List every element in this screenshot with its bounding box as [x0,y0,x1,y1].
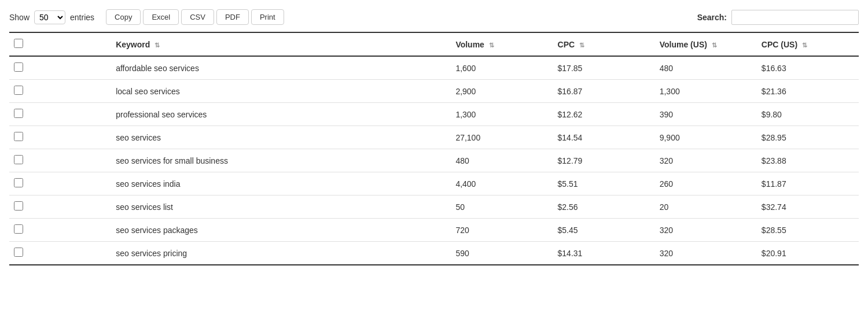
top-left-controls: Show 50 25 10 100 entries Copy Excel CSV… [9,9,284,25]
row-volume-us: 320 [655,219,757,242]
row-checkbox[interactable] [14,248,23,257]
row-cpc-us: $28.55 [757,219,859,242]
excel-button[interactable]: Excel [143,9,179,25]
row-keyword: seo services packages [111,219,451,242]
row-volume: 720 [451,219,553,242]
table-header-row: Keyword ⇅ Volume ⇅ CPC ⇅ Volume (US) ⇅ C… [9,32,859,56]
row-keyword: affordable seo services [111,56,451,80]
row-keyword: seo services pricing [111,242,451,265]
export-buttons: Copy Excel CSV PDF Print [106,9,284,25]
row-cpc: $12.79 [553,149,655,172]
row-keyword: seo services for small business [111,149,451,172]
row-volume: 590 [451,242,553,265]
row-cpc-us: $28.95 [757,126,859,149]
row-cpc: $14.31 [553,242,655,265]
row-volume: 2,900 [451,80,553,103]
row-cpc-us: $21.36 [757,80,859,103]
row-volume-us: 1,300 [655,80,757,103]
row-volume-us: 320 [655,149,757,172]
header-volume-us[interactable]: Volume (US) ⇅ [655,32,757,56]
row-checkbox[interactable] [14,132,23,141]
row-cpc-us: $11.87 [757,172,859,195]
top-bar: Show 50 25 10 100 entries Copy Excel CSV… [9,9,859,25]
row-volume: 1,600 [451,56,553,80]
row-checkbox-cell [9,242,111,265]
row-keyword: seo services [111,126,451,149]
header-checkbox-col [9,32,111,56]
entries-label: entries [70,13,94,22]
print-button[interactable]: Print [251,9,284,25]
row-checkbox-cell [9,219,111,242]
header-volume[interactable]: Volume ⇅ [451,32,553,56]
row-cpc: $16.87 [553,80,655,103]
row-cpc: $14.54 [553,126,655,149]
table-row: affordable seo services1,600$17.85480$16… [9,56,859,80]
show-label: Show [9,13,30,22]
table-row: seo services27,100$14.549,900$28.95 [9,126,859,149]
row-keyword: professional seo services [111,103,451,126]
row-volume-us: 9,900 [655,126,757,149]
row-keyword: seo services india [111,172,451,195]
row-cpc-us: $23.88 [757,149,859,172]
row-volume: 480 [451,149,553,172]
row-volume: 50 [451,195,553,219]
keyword-table: Keyword ⇅ Volume ⇅ CPC ⇅ Volume (US) ⇅ C… [9,32,859,265]
row-checkbox[interactable] [14,178,23,187]
row-checkbox-cell [9,149,111,172]
table-row: seo services packages720$5.45320$28.55 [9,219,859,242]
cpc-us-sort-icon: ⇅ [802,42,807,49]
row-volume-us: 320 [655,242,757,265]
row-checkbox-cell [9,80,111,103]
row-volume: 4,400 [451,172,553,195]
search-label: Search: [697,13,727,22]
row-volume-us: 390 [655,103,757,126]
row-volume-us: 260 [655,172,757,195]
row-keyword: local seo services [111,80,451,103]
row-cpc: $5.51 [553,172,655,195]
row-volume-us: 20 [655,195,757,219]
volume-us-sort-icon: ⇅ [712,42,717,49]
row-cpc: $2.56 [553,195,655,219]
header-keyword[interactable]: Keyword ⇅ [111,32,451,56]
row-checkbox-cell [9,103,111,126]
row-volume-us: 480 [655,56,757,80]
row-cpc-us: $32.74 [757,195,859,219]
csv-button[interactable]: CSV [181,9,214,25]
table-row: seo services india4,400$5.51260$11.87 [9,172,859,195]
row-volume: 27,100 [451,126,553,149]
search-input[interactable] [731,10,859,25]
row-checkbox[interactable] [14,224,23,234]
row-checkbox[interactable] [14,62,23,72]
row-cpc-us: $9.80 [757,103,859,126]
row-checkbox-cell [9,195,111,219]
row-cpc: $5.45 [553,219,655,242]
row-volume: 1,300 [451,103,553,126]
copy-button[interactable]: Copy [106,9,141,25]
row-checkbox[interactable] [14,109,23,118]
row-cpc-us: $16.63 [757,56,859,80]
table-row: local seo services2,900$16.871,300$21.36 [9,80,859,103]
table-row: seo services for small business480$12.79… [9,149,859,172]
header-cpc-us[interactable]: CPC (US) ⇅ [757,32,859,56]
volume-sort-icon: ⇅ [489,42,494,49]
row-cpc: $17.85 [553,56,655,80]
row-checkbox[interactable] [14,155,23,164]
select-all-checkbox[interactable] [14,39,23,48]
cpc-sort-icon: ⇅ [579,42,584,49]
row-keyword: seo services list [111,195,451,219]
header-cpc[interactable]: CPC ⇅ [553,32,655,56]
entries-select[interactable]: 50 25 10 100 [34,10,65,24]
row-checkbox[interactable] [14,86,23,95]
row-checkbox-cell [9,172,111,195]
keyword-sort-icon: ⇅ [155,42,160,49]
row-cpc: $12.62 [553,103,655,126]
row-checkbox[interactable] [14,201,23,211]
pdf-button[interactable]: PDF [216,9,249,25]
table-row: seo services list50$2.5620$32.74 [9,195,859,219]
row-checkbox-cell [9,126,111,149]
table-row: seo services pricing590$14.31320$20.91 [9,242,859,265]
table-row: professional seo services1,300$12.62390$… [9,103,859,126]
row-cpc-us: $20.91 [757,242,859,265]
row-checkbox-cell [9,56,111,80]
top-right-controls: Search: [697,10,859,25]
